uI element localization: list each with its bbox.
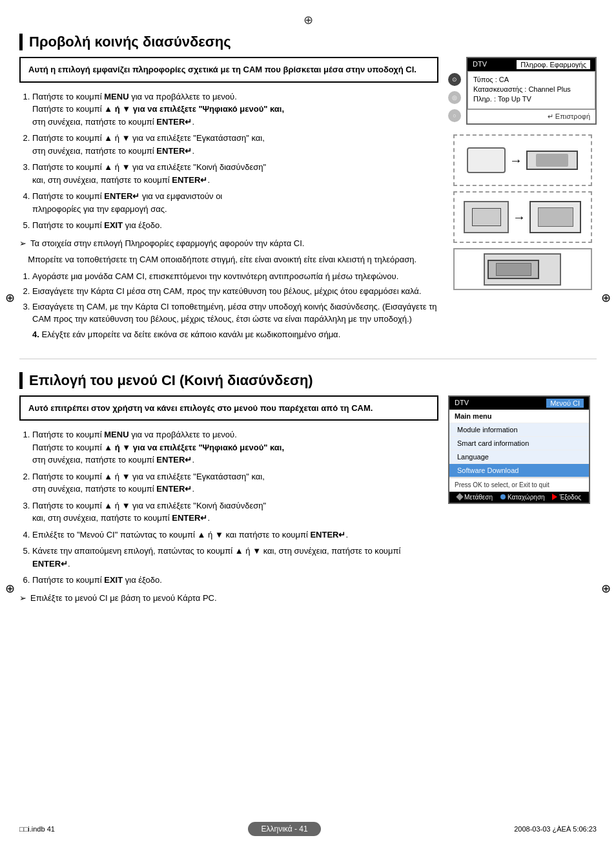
dtv-type-row: Τύπος : CA xyxy=(473,76,590,83)
dtv-menu-list: Main menu Module information Smart card … xyxy=(449,410,589,477)
menu-item-smart-card: Smart card information xyxy=(449,437,589,450)
section1-step-4: Πατήστε το κουμπί ENTER↵ για να εμφανιστ… xyxy=(32,190,438,215)
top-decorative-symbol: ⊕ xyxy=(19,13,597,27)
press-ok-text: Press OK to select, or Exit to quit xyxy=(455,481,549,488)
page: ⊕ Προβολή κοινής διασύνδεσης Αυτή η επιλ… xyxy=(0,0,616,849)
left-symbol-1: ⊕ xyxy=(5,291,15,305)
dtv-type-value: Τύπος : CA xyxy=(473,76,509,83)
section2-content: Αυτό επιτρέπει στον χρήστη να κάνει επιλ… xyxy=(19,395,438,609)
dtv-panel-wrapper: ⊙ ◎ ○ DTV Πληροφ. Εφαρμογής Τύπος : CA xyxy=(448,57,597,125)
right-symbol-1: ⊕ xyxy=(601,291,611,305)
note1-text: Τα στοιχεία στην επιλογή Πληροφορίες εφα… xyxy=(30,237,438,250)
section1-step-2: Πατήστε το κουμπί ▲ ή ▼ για να επιλέξετε… xyxy=(32,132,438,157)
menu-item-smart-card-label: Smart card information xyxy=(457,439,529,447)
nav-item-save: Καταχώρηση xyxy=(500,494,545,501)
right-symbol-2: ⊕ xyxy=(601,582,611,596)
footer-center: Ελληνικά - 41 xyxy=(248,822,320,836)
page-footer: □□i.indb 41 Ελληνικά - 41 2008-03-03 ¿ÀE… xyxy=(0,822,616,836)
section2-step-6: Πατήστε το κουμπί EXIT για έξοδο. xyxy=(32,574,438,587)
left-symbol-2: ⊕ xyxy=(5,582,15,596)
section1-step-3: Πατήστε το κουμπί ▲ ή ▼ για να επιλέξετε… xyxy=(32,161,438,186)
section2-step-3: Πατήστε το κουμπί ▲ ή ▼ για να επιλέξετε… xyxy=(32,499,438,525)
section2-step-1: Πατήστε το κουμπί MENU για να προβάλλετε… xyxy=(32,428,438,466)
section1-sub-step-1: Αγοράστε μια μονάδα CAM CI, επισκεπτόμεν… xyxy=(32,270,438,283)
menu-item-software-download: Software Download xyxy=(449,464,589,477)
arrow-icon-2: → xyxy=(513,210,526,225)
nav-move-label: Μετάθεση xyxy=(464,494,493,501)
dtv-panel-body: Τύπος : CA Κατασκευαστής : Channel Plus … xyxy=(467,71,595,109)
menu-item-module-label: Module information xyxy=(457,426,518,434)
menu-item-software-download-label: Software Download xyxy=(457,466,518,474)
note-arrow-icon2 xyxy=(19,253,24,266)
dtv2-tab-active: Μενού CI xyxy=(546,399,584,408)
section2-step-2: Πατήστε το κουμπί ▲ ή ▼ για να επιλέξετε… xyxy=(32,470,438,496)
section1-note2: Μπορείτε να τοποθετήσετε τη CAM οποιαδήπ… xyxy=(19,253,438,266)
panel-icon-1: ⊙ xyxy=(448,73,461,86)
section1-sub-list: Αγοράστε μια μονάδα CAM CI, επισκεπτόμεν… xyxy=(19,270,438,326)
dtv-info-row: Πληρ. : Top Up TV xyxy=(473,95,590,103)
section-divider xyxy=(19,359,597,359)
nav-item-exit: Έξοδος xyxy=(552,494,581,501)
section2-step-4: Επιλέξτε το "Μενού CI" πατώντας το κουμπ… xyxy=(32,529,438,541)
dtv-panel-header: DTV Πληροφ. Εφαρμογής xyxy=(467,58,595,71)
move-icon xyxy=(456,493,463,500)
footer-left: □□i.indb 41 xyxy=(19,825,55,833)
section1-note1: ➢ Τα στοιχεία στην επιλογή Πληροφορίες ε… xyxy=(19,237,438,250)
diagram-area: → → xyxy=(448,134,597,290)
menu-item-language: Language xyxy=(449,450,589,464)
nav-exit-label: Έξοδος xyxy=(559,494,581,501)
section1-steps-list: Πατήστε το κουμπί MENU για να προβάλλετε… xyxy=(19,90,438,232)
menu-item-main-label: Main menu xyxy=(455,412,491,420)
return-button-label: ↵ Επιστροφή xyxy=(548,112,590,120)
press-ok-bar: Press OK to select, or Exit to quit xyxy=(449,477,589,492)
section2-title: Επιλογή του μενού CI (Κοινή διασύνδεση) xyxy=(19,372,597,389)
panel-icon-2: ◎ xyxy=(448,91,461,104)
menu-item-language-label: Language xyxy=(457,453,489,461)
section-common-interface: Προβολή κοινής διασύνδεσης Αυτή η επιλογ… xyxy=(19,34,597,339)
section2-steps-list: Πατήστε το κουμπί MENU για να προβάλλετε… xyxy=(19,428,438,587)
section1-step4-last: 4. Ελέγξτε εάν μπορείτε να δείτε εικόνα … xyxy=(19,330,438,339)
footer-right: 2008-03-03 ¿ÀEÀ 5:06:23 xyxy=(514,825,597,833)
section1-info-box: Αυτή η επιλογή εμφανίζει πληροφορίες σχε… xyxy=(19,57,438,83)
dtv-label: DTV xyxy=(473,60,487,69)
panel-icon-3: ○ xyxy=(448,109,461,122)
note3-text: Επιλέξτε το μενού CI με βάση το μενού Κά… xyxy=(30,592,438,605)
section2-info-box: Αυτό επιτρέπει στον χρήστη να κάνει επιλ… xyxy=(19,395,438,421)
section2-note1: ➢ Επιλέξτε το μενού CI με βάση το μενού … xyxy=(19,592,438,605)
dtv-tab-active: Πληροφ. Εφαρμογής xyxy=(517,60,590,69)
dtv-info-value: Πληρ. : Top Up TV xyxy=(473,95,531,103)
note-arrow-icon: ➢ xyxy=(19,237,26,250)
exit-icon xyxy=(552,494,557,500)
diagram-box-2: → xyxy=(453,191,592,243)
menu-item-main: Main menu xyxy=(449,410,589,423)
dtv2-label: DTV xyxy=(455,399,469,408)
section1-title: Προβολή κοινής διασύνδεσης xyxy=(19,34,597,50)
save-icon xyxy=(500,494,506,499)
dtv-manufacturer-row: Κατασκευαστής : Channel Plus xyxy=(473,85,590,93)
card-shape-1 xyxy=(467,147,506,173)
dtv-panel-section1: DTV Πληροφ. Εφαρμογής Τύπος : CA Κατασκε… xyxy=(466,57,597,125)
slot-shape-1 xyxy=(526,151,578,170)
nav-save-label: Καταχώρηση xyxy=(508,494,545,501)
dtv-panel-footer: ↵ Επιστροφή xyxy=(467,109,595,123)
diagram-box-1: → xyxy=(453,134,592,186)
section1-sub-step-2: Εισαγάγετε την Κάρτα CI μέσα στη CAM, πρ… xyxy=(32,285,438,298)
arrow-icon-1: → xyxy=(509,153,522,168)
section2-right-panel: DTV Μενού CI Main menu Module informatio… xyxy=(448,395,597,609)
section1-step-1: Πατήστε το κουμπί MENU για να προβάλλετε… xyxy=(32,90,438,129)
dtv-panel-section2: DTV Μενού CI Main menu Module informatio… xyxy=(448,395,590,504)
menu-item-module-info: Module information xyxy=(449,423,589,437)
section1-right-panel: ⊙ ◎ ○ DTV Πληροφ. Εφαρμογής Τύπος : CA xyxy=(448,57,597,339)
dtv-icon-column: ⊙ ◎ ○ xyxy=(448,57,461,122)
section1-step-5: Πατήστε το κουμπί EXIT για έξοδο. xyxy=(32,219,438,232)
section-ci-menu: Επιλογή του μενού CI (Κοινή διασύνδεση) … xyxy=(19,372,597,609)
nav-item-move: Μετάθεση xyxy=(457,494,493,501)
dtv-manufacturer-value: Κατασκευαστής : Channel Plus xyxy=(473,85,571,93)
diagram-box-3 xyxy=(453,248,592,290)
section2-step-5: Κάνετε την απαιτούμενη επιλογή, πατώντας… xyxy=(32,545,438,570)
bottom-nav-bar: Μετάθεση Καταχώρηση Έξοδος xyxy=(449,492,589,503)
dtv-panel2-header: DTV Μενού CI xyxy=(449,397,589,410)
section1-content: Αυτή η επιλογή εμφανίζει πληροφορίες σχε… xyxy=(19,57,438,339)
note2-text: Μπορείτε να τοποθετήσετε τη CAM οποιαδήπ… xyxy=(28,253,438,266)
note-arrow-icon3: ➢ xyxy=(19,592,26,605)
